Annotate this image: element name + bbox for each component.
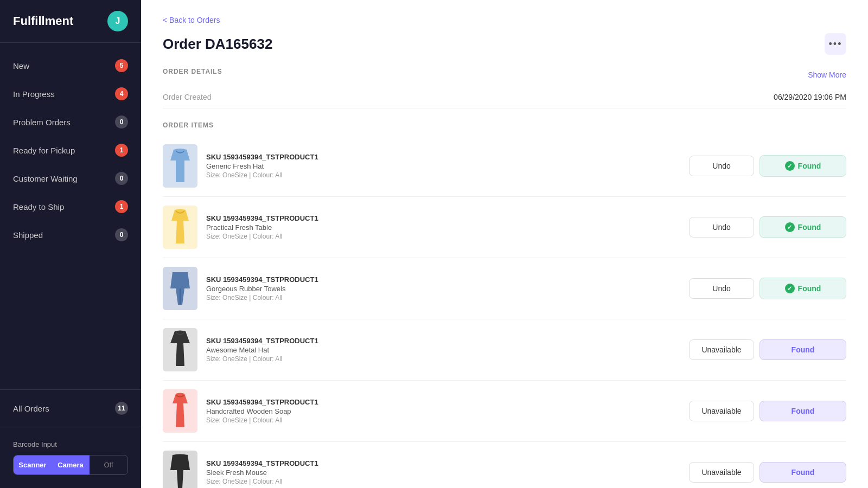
nav-item-label: New: [13, 61, 29, 70]
nav-badge: 1: [115, 144, 128, 157]
item-meta: Size: OneSize | Colour: All: [206, 171, 680, 179]
item-actions: Unavailable Found: [689, 339, 846, 360]
item-sku: SKU 1593459394_TSTPRODUCT1: [206, 398, 680, 406]
sidebar-item-customer-waiting[interactable]: Customer Waiting 0: [0, 164, 141, 192]
undo-button[interactable]: Undo: [689, 156, 754, 176]
item-name: Gorgeous Rubber Towels: [206, 285, 680, 293]
check-icon: ✓: [785, 161, 795, 171]
barcode-label: Barcode Input: [13, 440, 128, 448]
order-item: SKU 1593459394_TSTPRODUCT1 Sleek Fresh M…: [163, 442, 846, 488]
barcode-controls: Scanner Camera Off: [13, 455, 128, 475]
found-button[interactable]: Found: [760, 401, 846, 421]
item-info: SKU 1593459394_TSTPRODUCT1 Awesome Metal…: [206, 337, 680, 363]
scanner-button[interactable]: Scanner: [14, 455, 52, 474]
check-icon: ✓: [785, 284, 795, 293]
sidebar-item-in-progress[interactable]: In Progress 4: [0, 80, 141, 108]
item-sku: SKU 1593459394_TSTPRODUCT1: [206, 275, 680, 284]
sidebar: Fulfillment J New 5In Progress 4Problem …: [0, 0, 141, 488]
sidebar-item-ready-for-pickup[interactable]: Ready for Pickup 1: [0, 136, 141, 164]
item-actions: Undo ✓ Found: [689, 278, 846, 299]
nav-item-label: Customer Waiting: [13, 174, 78, 183]
sidebar-item-ready-to-ship[interactable]: Ready to Ship 1: [0, 192, 141, 221]
all-orders-label: All Orders: [13, 404, 49, 413]
item-name: Sleek Fresh Mouse: [206, 468, 680, 477]
item-meta: Size: OneSize | Colour: All: [206, 233, 680, 240]
item-actions: Unavailable Found: [689, 401, 846, 421]
item-meta: Size: OneSize | Colour: All: [206, 355, 680, 363]
item-info: SKU 1593459394_TSTPRODUCT1 Practical Fre…: [206, 214, 680, 240]
order-items-section-label: ORDER ITEMS: [163, 121, 846, 129]
sidebar-item-all-orders[interactable]: All Orders 11: [0, 394, 141, 422]
item-image: [163, 144, 197, 188]
check-icon: ✓: [785, 222, 795, 232]
nav-item-label: Shipped: [13, 230, 43, 240]
item-name: Generic Fresh Hat: [206, 162, 680, 170]
nav-badge: 0: [115, 172, 128, 185]
item-image: [163, 267, 197, 310]
found-button[interactable]: ✓ Found: [760, 278, 846, 299]
order-item: SKU 1593459394_TSTPRODUCT1 Generic Fresh…: [163, 136, 846, 197]
item-image: [163, 328, 197, 371]
unavailable-button[interactable]: Unavailable: [689, 462, 754, 483]
unavailable-button[interactable]: Unavailable: [689, 401, 754, 421]
more-options-button[interactable]: •••: [825, 33, 846, 55]
order-created-row: Order Created 06/29/2020 19:06 PM: [163, 86, 846, 108]
order-title: Order DA165632: [163, 36, 272, 53]
item-image: [163, 389, 197, 433]
nav-badge: 0: [115, 228, 128, 241]
item-info: SKU 1593459394_TSTPRODUCT1 Generic Fresh…: [206, 153, 680, 179]
order-created-label: Order Created: [163, 93, 211, 101]
item-actions: Undo ✓ Found: [689, 155, 846, 177]
order-items-list: SKU 1593459394_TSTPRODUCT1 Generic Fresh…: [163, 136, 846, 488]
item-info: SKU 1593459394_TSTPRODUCT1 Handcrafted W…: [206, 398, 680, 424]
item-sku: SKU 1593459394_TSTPRODUCT1: [206, 337, 680, 345]
item-name: Practical Fresh Table: [206, 223, 680, 232]
nav-badge: 5: [115, 59, 128, 72]
main-content: < Back to Orders Order DA165632 ••• ORDE…: [141, 0, 868, 488]
show-more-button[interactable]: Show More: [808, 70, 846, 79]
item-sku: SKU 1593459394_TSTPRODUCT1: [206, 153, 680, 161]
item-actions: Unavailable Found: [689, 462, 846, 483]
camera-button[interactable]: Camera: [52, 455, 90, 474]
item-sku: SKU 1593459394_TSTPRODUCT1: [206, 459, 680, 467]
sidebar-item-shipped[interactable]: Shipped 0: [0, 221, 141, 249]
found-button[interactable]: ✓ Found: [760, 216, 846, 238]
nav-badge: 4: [115, 87, 128, 100]
nav-badge: 0: [115, 115, 128, 129]
undo-button[interactable]: Undo: [689, 217, 754, 237]
back-to-orders-link[interactable]: < Back to Orders: [163, 16, 220, 24]
item-actions: Undo ✓ Found: [689, 216, 846, 238]
order-details-section-label: ORDER DETAILS: [163, 68, 222, 75]
barcode-section: Barcode Input Scanner Camera Off: [0, 432, 141, 488]
item-image: [163, 451, 197, 488]
found-button[interactable]: Found: [760, 339, 846, 360]
nav-item-label: Ready to Ship: [13, 202, 64, 211]
item-name: Handcrafted Wooden Soap: [206, 407, 680, 415]
sidebar-item-problem-orders[interactable]: Problem Orders 0: [0, 108, 141, 136]
nav-item-label: Problem Orders: [13, 118, 71, 127]
all-orders-badge: 11: [115, 402, 128, 415]
nav-menu: New 5In Progress 4Problem Orders 0Ready …: [0, 43, 141, 385]
avatar: J: [107, 11, 128, 31]
nav-item-label: In Progress: [13, 89, 55, 99]
item-info: SKU 1593459394_TSTPRODUCT1 Gorgeous Rubb…: [206, 275, 680, 301]
item-meta: Size: OneSize | Colour: All: [206, 294, 680, 301]
sidebar-item-new[interactable]: New 5: [0, 52, 141, 80]
item-meta: Size: OneSize | Colour: All: [206, 416, 680, 424]
item-meta: Size: OneSize | Colour: All: [206, 478, 680, 485]
order-item: SKU 1593459394_TSTPRODUCT1 Handcrafted W…: [163, 381, 846, 442]
nav-item-label: Ready for Pickup: [13, 146, 75, 155]
order-item: SKU 1593459394_TSTPRODUCT1 Gorgeous Rubb…: [163, 258, 846, 319]
order-details-header: ORDER DETAILS Show More: [163, 68, 846, 82]
undo-button[interactable]: Undo: [689, 278, 754, 299]
found-button[interactable]: Found: [760, 462, 846, 483]
item-info: SKU 1593459394_TSTPRODUCT1 Sleek Fresh M…: [206, 459, 680, 485]
sidebar-header: Fulfillment J: [0, 0, 141, 43]
item-image: [163, 206, 197, 249]
off-button[interactable]: Off: [90, 455, 127, 474]
order-header: Order DA165632 •••: [163, 33, 846, 55]
item-name: Awesome Metal Hat: [206, 346, 680, 354]
app-title: Fulfillment: [13, 14, 73, 28]
found-button[interactable]: ✓ Found: [760, 155, 846, 177]
unavailable-button[interactable]: Unavailable: [689, 339, 754, 360]
